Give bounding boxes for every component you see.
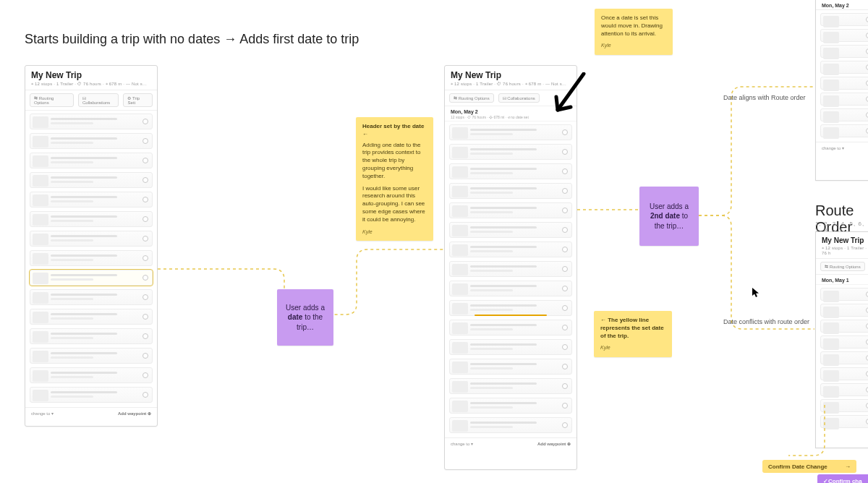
mock-a-meta: ⌖ 12 stops · 1 Trailer · ⏱ 76 hours · ⌖ … (31, 82, 151, 87)
list-item[interactable] (449, 378, 572, 394)
note-heading: ← The yellow line represents the set dat… (600, 317, 665, 340)
list-item[interactable] (820, 415, 868, 428)
note-paragraph: Once a date is set this would move in. D… (601, 14, 666, 38)
list-item[interactable] (30, 133, 153, 149)
list-item[interactable] (449, 222, 572, 238)
list-item[interactable] (30, 309, 153, 325)
note-text: User adds a 2nd date to the trip… (646, 202, 692, 231)
mockup-fragment-bottom[interactable]: My New Trip ⌖ 12 stops · 1 Trailer · ⏱ 7… (815, 231, 868, 448)
cursor-icon (752, 288, 760, 298)
list-item-with-marker[interactable] (449, 300, 572, 316)
arrow-annotation-icon (553, 72, 590, 116)
list-item[interactable] (449, 202, 572, 218)
list-item[interactable] (30, 114, 153, 129)
list-item[interactable] (449, 359, 572, 375)
mock-d-meta: ⌖ 12 stops · 1 Trailer · ⏱ 76 h (822, 246, 868, 255)
list-item[interactable] (820, 288, 868, 301)
list-item[interactable] (449, 241, 572, 257)
list-item[interactable] (30, 172, 153, 188)
footer-right[interactable]: Add waypoint ⊕ (118, 411, 151, 416)
list-item[interactable] (820, 351, 868, 364)
mockup-fragment-top[interactable]: Mon, May 2 change to ▾ (815, 0, 868, 181)
note-signature: Kyle (362, 228, 427, 235)
stop-list (25, 111, 157, 407)
confirm-date-change-button[interactable]: Confirm Date Change (762, 460, 856, 473)
list-item[interactable] (30, 211, 153, 227)
design-canvas[interactable]: Starts building a trip with no dates → A… (0, 0, 868, 483)
list-item[interactable] (30, 231, 153, 247)
mock-d-title: My New Trip (822, 236, 868, 244)
footer-left[interactable]: change to ▾ (822, 145, 844, 150)
tab-collab[interactable]: ⊟ Collaborations (498, 93, 540, 103)
date-label: Mon, May 2 (822, 3, 849, 8)
tab-collab[interactable]: ⊟ Collaborations (78, 93, 119, 107)
date-section-header: Mon, May 1 (816, 275, 868, 285)
note-signature: Kyle (601, 42, 666, 48)
date-label: Mon, May 1 (822, 278, 849, 283)
footer-left[interactable]: change to ▾ (31, 411, 54, 416)
list-item[interactable] (820, 45, 868, 58)
note-add-second-date[interactable]: User adds a 2nd date to the trip… (639, 187, 699, 246)
tab-routing[interactable]: ⇆ Routing Options (820, 262, 865, 271)
note-date-moves-in[interactable]: Once a date is set this would move in. D… (595, 9, 673, 55)
footer-right[interactable]: Add waypoint ⊕ (537, 441, 571, 446)
note-yellow-line[interactable]: ← The yellow line represents the set dat… (594, 311, 672, 357)
list-item[interactable] (820, 13, 868, 26)
list-item[interactable] (820, 29, 868, 42)
label-date-aligns: Date aligns with Route order (723, 94, 806, 101)
list-item[interactable] (449, 320, 572, 335)
list-item[interactable] (820, 399, 868, 412)
list-item[interactable] (30, 328, 153, 344)
stop-list (445, 121, 576, 437)
list-item[interactable] (820, 383, 868, 396)
list-item[interactable] (820, 77, 868, 90)
list-item[interactable] (449, 398, 572, 414)
note-signature: Kyle (600, 344, 665, 351)
list-item[interactable] (820, 367, 868, 380)
label-date-conflicts: Date conflicts with route order (723, 318, 809, 325)
list-item[interactable] (820, 124, 868, 137)
list-item-selected[interactable] (30, 270, 153, 286)
list-item[interactable] (820, 304, 868, 317)
list-item[interactable] (449, 281, 572, 296)
list-item[interactable] (30, 192, 153, 208)
list-item[interactable] (820, 320, 868, 333)
mockup-one-date[interactable]: My New Trip ⌖ 12 stops · 1 Trailer · ⏱ 7… (444, 65, 577, 470)
list-item[interactable] (30, 387, 153, 403)
note-header-set-by-date[interactable]: Header set by the date ← Adding one date… (356, 117, 433, 241)
flow-title: Starts building a trip with no dates → A… (25, 32, 359, 47)
list-item[interactable] (30, 153, 153, 168)
list-item[interactable] (449, 124, 572, 140)
note-heading: Header set by the date ← (362, 123, 427, 139)
list-item[interactable] (30, 367, 153, 383)
note-add-date[interactable]: User adds a date to the trip… (277, 289, 333, 346)
list-item[interactable] (30, 250, 153, 266)
list-item[interactable] (449, 144, 572, 160)
list-item[interactable] (449, 163, 572, 179)
list-item[interactable] (449, 183, 572, 199)
tab-settings[interactable]: ⚙ Trip Sett (123, 93, 153, 107)
date-label: Mon, May 2 (451, 109, 478, 114)
list-item[interactable] (449, 339, 572, 355)
list-item[interactable] (30, 348, 153, 364)
mockup-no-dates[interactable]: My New Trip ⌖ 12 stops · 1 Trailer · ⏱ 7… (25, 65, 158, 427)
mock-a-title: My New Trip (31, 70, 151, 80)
note-paragraph: Adding one date to the trip provides con… (362, 142, 427, 181)
list-item[interactable] (820, 335, 868, 349)
date-section-header: Mon, May 2 (816, 0, 868, 10)
list-item[interactable] (449, 261, 572, 277)
tab-routing[interactable]: ⇆ Routing Options (30, 93, 74, 107)
button-label: Confirm Date Change (768, 463, 827, 470)
list-item[interactable] (820, 108, 868, 121)
list-item[interactable] (820, 61, 868, 74)
button-label: Confirm cha (828, 478, 862, 484)
tab-routing[interactable]: ⇆ Routing Options (449, 93, 494, 103)
confirm-change-button[interactable]: Confirm cha (817, 474, 868, 483)
list-item[interactable] (449, 417, 572, 433)
note-paragraph: I would like some user research around t… (362, 185, 427, 224)
note-text: User adds a date to the trip… (284, 303, 327, 333)
list-item[interactable] (820, 93, 868, 106)
footer-left[interactable]: change to ▾ (451, 441, 473, 446)
list-item[interactable] (30, 289, 153, 305)
